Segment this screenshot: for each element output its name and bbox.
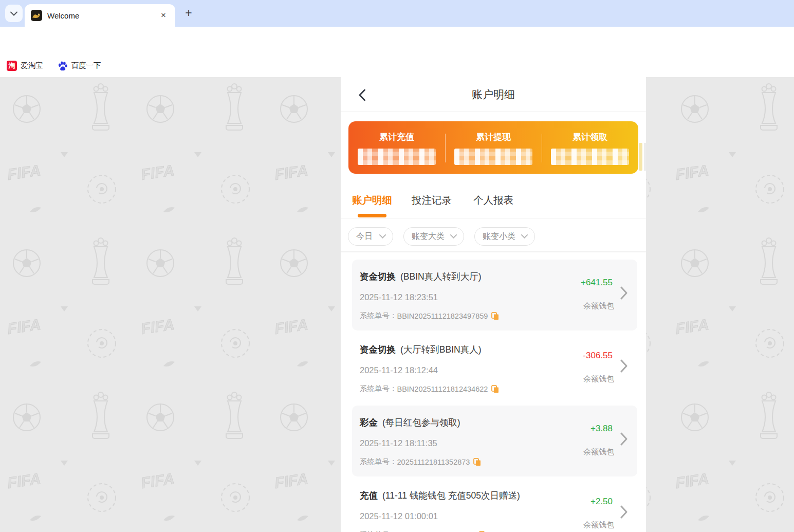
blurred-value (551, 149, 629, 165)
stat-label: 累计提现 (476, 131, 511, 143)
transaction-amount: +641.55 (581, 278, 613, 288)
next-stat-peek (639, 143, 642, 171)
active-tab-underline (358, 214, 386, 217)
wallet-label: 余额钱包 (583, 374, 614, 384)
transaction-title: 资金切换(BBIN真人转到大厅) (360, 270, 482, 283)
tab-personal-report[interactable]: 个人报表 (473, 193, 513, 207)
copy-icon[interactable] (491, 312, 499, 320)
bookmark-label: 爱淘宝 (21, 61, 43, 70)
order-label: 系统单号： (360, 311, 397, 321)
report-tabs: 账户明细 投注记录 个人报表 (341, 186, 646, 218)
order-label: 系统单号： (360, 384, 397, 394)
transaction-time: 2025-11-12 18:11:35 (360, 438, 437, 448)
tab-search-button[interactable] (5, 5, 23, 22)
page-title: 账户明细 (341, 77, 646, 112)
chevron-down-icon (521, 234, 528, 239)
bookmarks-bar: 淘 爱淘宝 百度一下 (0, 54, 794, 77)
transaction-row[interactable]: 彩金(每日红包参与领取) 2025-11-12 18:11:35 系统单号： 2… (352, 406, 637, 476)
section-divider (341, 251, 646, 252)
browser-tab[interactable]: Welcome × (25, 4, 175, 27)
tab-account-detail[interactable]: 账户明细 (352, 193, 392, 207)
wallet-label: 余额钱包 (583, 301, 614, 311)
chevron-right-icon (620, 432, 627, 448)
transaction-order: 系统单号： BBIN202511121823497859 (360, 311, 499, 321)
order-number: BBIN202511121812434622 (397, 385, 488, 393)
order-label: 系统单号： (360, 457, 397, 467)
order-number: 202511121811352873 (397, 458, 470, 466)
totals-card: 累计充值 累计提现 累计领取 (348, 121, 638, 174)
copy-icon[interactable] (473, 458, 481, 466)
panel-header: 账户明细 (341, 77, 646, 112)
browser-toolbar: 175616.cc/reports/index (0, 27, 794, 54)
transaction-time: 2025-11-12 18:23:51 (360, 292, 438, 302)
transaction-type: 充值 (360, 490, 378, 501)
transaction-row[interactable]: 资金切换(大厅转到BBIN真人) 2025-11-12 18:12:44 系统单… (352, 333, 637, 403)
filter-label: 今日 (356, 231, 373, 242)
chevron-right-icon (620, 286, 627, 302)
filter-date[interactable]: 今日 (348, 227, 393, 246)
next-stat-peek (644, 143, 646, 171)
baidu-paw-icon (58, 61, 68, 71)
transaction-order: 系统单号： B202511120100007858 (360, 530, 487, 532)
filter-label: 账变小类 (483, 231, 515, 242)
tab-bet-records[interactable]: 投注记录 (412, 193, 452, 207)
transaction-desc: (11-11 钱能钱包 充值505次日赠送) (382, 490, 520, 501)
blurred-value (454, 149, 532, 165)
chevron-down-icon (379, 234, 386, 239)
blurred-value (358, 149, 436, 165)
order-label: 系统单号： (360, 530, 397, 532)
transaction-order: 系统单号： 202511121811352873 (360, 457, 481, 467)
bookmark-taobao[interactable]: 淘 爱淘宝 (7, 61, 43, 71)
filter-row: 今日 账变大类 账变小类 (348, 227, 545, 246)
total-deposit: 累计充值 (348, 121, 445, 174)
copy-icon[interactable] (491, 385, 499, 393)
chevron-left-icon (358, 89, 366, 101)
page-back-button[interactable] (354, 87, 370, 103)
chevron-right-icon (620, 359, 627, 375)
transaction-desc: (每日红包参与领取) (382, 417, 460, 428)
transaction-amount: +3.88 (590, 424, 613, 434)
browser-tab-strip: Welcome × + (0, 0, 794, 27)
chevron-down-icon (10, 11, 17, 16)
chevron-right-icon (620, 505, 627, 521)
site-favicon-icon (31, 10, 42, 21)
bookmark-baidu[interactable]: 百度一下 (58, 61, 101, 71)
account-detail-panel: 账户明细 累计充值 累计提现 累计领取 账户明细 投注记录 个人报表 今日 (341, 77, 646, 532)
transaction-time: 2025-11-12 01:00:01 (360, 511, 438, 521)
transaction-amount: +2.50 (590, 497, 613, 507)
transaction-type: 资金切换 (360, 344, 396, 355)
transaction-type: 资金切换 (360, 271, 396, 282)
transaction-list: 资金切换(BBIN真人转到大厅) 2025-11-12 18:23:51 系统单… (352, 260, 637, 532)
transaction-desc: (BBIN真人转到大厅) (400, 271, 482, 282)
order-number: BBIN202511121823497859 (397, 312, 488, 320)
bookmark-label: 百度一下 (71, 61, 101, 70)
transaction-desc: (大厅转到BBIN真人) (400, 344, 482, 355)
transaction-title: 充值(11-11 钱能钱包 充值505次日赠送) (360, 489, 520, 502)
transaction-type: 彩金 (360, 417, 378, 428)
filter-major-category[interactable]: 账变大类 (403, 227, 464, 246)
transaction-title: 资金切换(大厅转到BBIN真人) (360, 343, 482, 356)
tab-close-icon[interactable]: × (158, 10, 169, 21)
total-withdraw: 累计提现 (445, 121, 542, 174)
chevron-down-icon (450, 234, 457, 239)
wallet-label: 余额钱包 (583, 447, 614, 457)
transaction-time: 2025-11-12 18:12:44 (360, 365, 438, 375)
wallet-label: 余额钱包 (583, 520, 614, 530)
stat-label: 累计领取 (573, 131, 607, 143)
transaction-order: 系统单号： BBIN202511121812434622 (360, 384, 499, 394)
taobao-icon: 淘 (7, 61, 17, 71)
transaction-title: 彩金(每日红包参与领取) (360, 416, 460, 429)
tab-title: Welcome (47, 11, 158, 20)
filter-label: 账变大类 (412, 231, 445, 242)
transaction-amount: -306.55 (583, 351, 613, 361)
stat-label: 累计充值 (379, 131, 414, 143)
filter-minor-category[interactable]: 账变小类 (474, 227, 535, 246)
total-claimed: 累计领取 (542, 121, 638, 174)
transaction-row[interactable]: 充值(11-11 钱能钱包 充值505次日赠送) 2025-11-12 01:0… (352, 479, 637, 532)
transaction-row[interactable]: 资金切换(BBIN真人转到大厅) 2025-11-12 18:23:51 系统单… (352, 260, 637, 331)
new-tab-button[interactable]: + (181, 6, 196, 21)
